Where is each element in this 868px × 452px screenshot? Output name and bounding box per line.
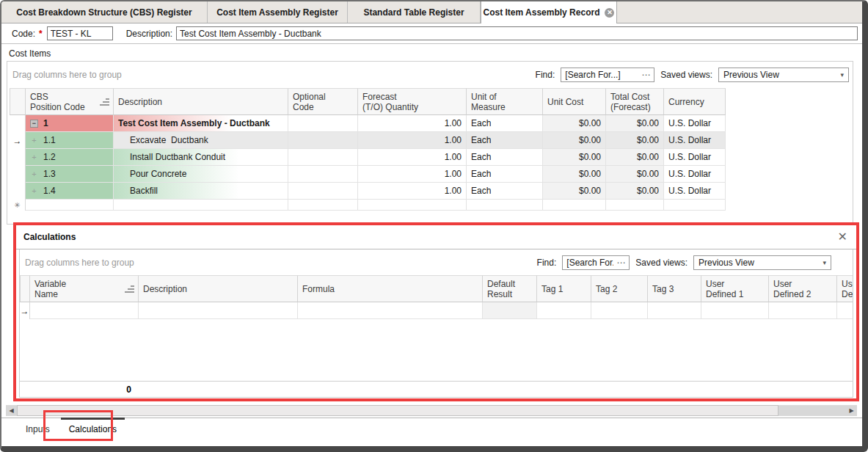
column-header-cbs-position-code[interactable]: CBS Position Code xyxy=(26,88,114,115)
column-header-optional-code[interactable]: Optional Code xyxy=(288,88,358,115)
tab-cost-item-assembly-record[interactable]: Cost Item Assembly Record ✕ xyxy=(481,1,617,23)
cell-unit-of-measure[interactable] xyxy=(467,200,543,211)
scrollbar-thumb[interactable] xyxy=(17,405,778,416)
search-more-icon[interactable]: ⋯ xyxy=(641,70,650,80)
cell-currency[interactable]: U.S. Dollar xyxy=(664,149,726,166)
cell-unit-of-measure[interactable]: Each xyxy=(467,115,543,132)
expand-icon[interactable]: + xyxy=(30,170,38,178)
column-header-user-defined-3[interactable]: User Defined 3 xyxy=(837,275,853,302)
table-row[interactable]: + 1.3 Pour Concrete 1.00 Each $0.00 $0.0… xyxy=(10,166,853,183)
cell-variable-name[interactable] xyxy=(30,302,139,319)
cell-user-defined-3[interactable] xyxy=(837,302,853,319)
cell-total-cost[interactable]: $0.00 xyxy=(606,183,664,200)
cell-description[interactable] xyxy=(139,302,298,319)
close-panel-icon[interactable]: ✕ xyxy=(838,231,847,243)
cell-optional-code[interactable] xyxy=(288,200,358,211)
group-by-bar[interactable]: Drag columns here to group Find: [Search… xyxy=(20,249,853,275)
saved-views-dropdown[interactable]: Previous View ▾ xyxy=(693,255,831,270)
cell-cbs-position-code[interactable]: + 1.2 xyxy=(26,149,114,166)
expand-icon[interactable]: + xyxy=(30,186,38,195)
column-header-total-cost[interactable]: Total Cost (Forecast) xyxy=(606,88,664,115)
find-input[interactable]: [Search For...] ⋯ xyxy=(561,68,654,82)
column-header-user-defined-1[interactable]: User Defined 1 xyxy=(701,275,769,302)
cell-description[interactable]: Excavate Ductbank xyxy=(114,132,288,149)
cell-unit-cost[interactable]: $0.00 xyxy=(543,132,606,149)
cell-description[interactable]: Install Ductbank Conduit xyxy=(114,149,288,166)
column-header-unit-of-measure[interactable]: Unit of Measure xyxy=(467,88,543,115)
cell-unit-of-measure[interactable]: Each xyxy=(467,166,543,183)
cell-total-cost[interactable]: $0.00 xyxy=(606,149,664,166)
table-row[interactable]: → + 1.1 Excavate Ductbank 1.00 Each $0.0… xyxy=(10,132,853,149)
cell-cbs-position-code[interactable] xyxy=(26,200,114,211)
table-row[interactable]: + 1.2 Install Ductbank Conduit 1.00 Each… xyxy=(10,149,853,166)
column-header-description[interactable]: Description xyxy=(114,88,288,115)
cell-total-cost[interactable] xyxy=(606,200,664,211)
cell-cbs-position-code[interactable]: − 1 xyxy=(26,115,114,132)
column-header-user-defined-2[interactable]: User Defined 2 xyxy=(769,275,837,302)
cell-default-result[interactable] xyxy=(483,302,537,319)
cell-cbs-position-code[interactable]: + 1.1 xyxy=(26,132,114,149)
column-header-default-result[interactable]: Default Result xyxy=(483,275,537,302)
cell-tag-3[interactable] xyxy=(648,302,701,319)
horizontal-scrollbar[interactable]: ◀ ▶ xyxy=(6,405,857,416)
cell-forecast-quantity[interactable] xyxy=(358,200,467,211)
code-input[interactable] xyxy=(47,26,113,40)
cell-total-cost[interactable]: $0.00 xyxy=(606,115,664,132)
group-by-bar[interactable]: Drag columns here to group Find: [Search… xyxy=(7,62,853,88)
expand-icon[interactable]: + xyxy=(30,136,38,145)
cell-tag-1[interactable] xyxy=(537,302,591,319)
cell-user-defined-2[interactable] xyxy=(769,302,837,319)
column-header-forecast-quantity[interactable]: Forecast (T/O) Quantity xyxy=(358,88,467,115)
column-header-description[interactable]: Description xyxy=(139,275,298,302)
saved-views-dropdown[interactable]: Previous View ▾ xyxy=(718,68,849,82)
cell-description[interactable] xyxy=(114,200,288,211)
description-input[interactable] xyxy=(176,26,858,40)
scroll-right-icon[interactable]: ▶ xyxy=(846,405,857,416)
cell-forecast-quantity[interactable]: 1.00 xyxy=(358,115,467,132)
cell-currency[interactable] xyxy=(664,200,726,211)
cell-currency[interactable]: U.S. Dollar xyxy=(664,132,726,149)
cell-optional-code[interactable] xyxy=(288,166,358,183)
cell-forecast-quantity[interactable]: 1.00 xyxy=(358,149,467,166)
column-header-tag-3[interactable]: Tag 3 xyxy=(648,275,701,302)
cell-optional-code[interactable] xyxy=(288,132,358,149)
column-header-variable-name[interactable]: Variable Name xyxy=(30,275,139,302)
tab-cbs-register[interactable]: Cost Breakdown Structure (CBS) Register xyxy=(1,1,208,23)
cell-cbs-position-code[interactable]: + 1.4 xyxy=(26,183,114,200)
column-header-tag-2[interactable]: Tag 2 xyxy=(591,275,648,302)
column-header-currency[interactable]: Currency xyxy=(664,88,726,115)
empty-row[interactable]: → xyxy=(20,302,853,319)
cell-user-defined-1[interactable] xyxy=(701,302,769,319)
cell-unit-of-measure[interactable]: Each xyxy=(467,183,543,200)
column-header-unit-cost[interactable]: Unit Cost xyxy=(543,88,606,115)
cell-unit-cost[interactable]: $0.00 xyxy=(543,115,606,132)
tab-standard-table-register[interactable]: Standard Table Register xyxy=(348,1,481,23)
table-row[interactable]: + 1.4 Backfill 1.00 Each $0.00 $0.00 U.S… xyxy=(10,183,853,200)
cell-forecast-quantity[interactable]: 1.00 xyxy=(358,132,467,149)
cell-unit-cost[interactable] xyxy=(543,200,606,211)
cell-description[interactable]: Test Cost Item Assembly - Ductbank xyxy=(114,115,288,132)
cell-forecast-quantity[interactable]: 1.00 xyxy=(358,183,467,200)
expand-icon[interactable]: + xyxy=(30,153,38,161)
cell-unit-of-measure[interactable]: Each xyxy=(467,149,543,166)
cell-optional-code[interactable] xyxy=(288,115,358,132)
cell-optional-code[interactable] xyxy=(288,149,358,166)
cell-total-cost[interactable]: $0.00 xyxy=(606,132,664,149)
table-row[interactable]: − 1 Test Cost Item Assembly - Ductbank 1… xyxy=(10,115,853,132)
cell-total-cost[interactable]: $0.00 xyxy=(606,166,664,183)
scroll-left-icon[interactable]: ◀ xyxy=(6,405,17,416)
tab-close-icon[interactable]: ✕ xyxy=(605,8,614,18)
collapse-icon[interactable]: − xyxy=(30,120,38,128)
cell-unit-of-measure[interactable]: Each xyxy=(467,132,543,149)
cell-unit-cost[interactable]: $0.00 xyxy=(543,149,606,166)
cell-tag-2[interactable] xyxy=(591,302,648,319)
cell-formula[interactable] xyxy=(298,302,483,319)
column-header-tag-1[interactable]: Tag 1 xyxy=(537,275,591,302)
cell-forecast-quantity[interactable]: 1.00 xyxy=(358,166,467,183)
cell-optional-code[interactable] xyxy=(288,183,358,200)
cell-unit-cost[interactable]: $0.00 xyxy=(543,183,606,200)
cell-cbs-position-code[interactable]: + 1.3 xyxy=(26,166,114,183)
cell-unit-cost[interactable]: $0.00 xyxy=(543,166,606,183)
cell-currency[interactable]: U.S. Dollar xyxy=(664,115,726,132)
cell-description[interactable]: Pour Concrete xyxy=(114,166,288,183)
